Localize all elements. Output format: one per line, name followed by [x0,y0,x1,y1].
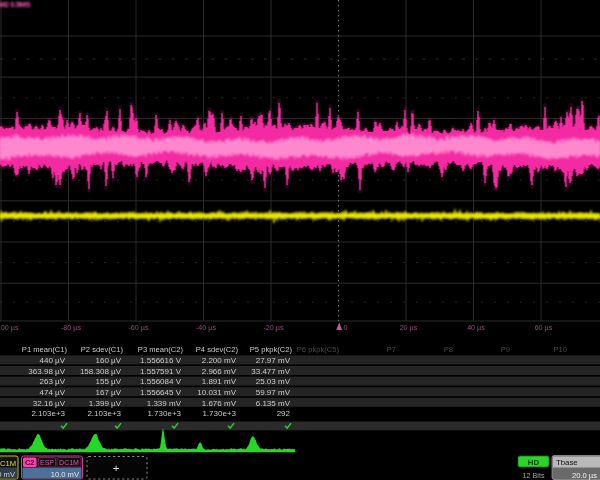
svg-text:1.399 µV: 1.399 µV [89,399,122,408]
svg-text:2.200 mV: 2.200 mV [202,356,237,365]
svg-text:6.135 mV: 6.135 mV [256,399,291,408]
svg-text:1.556645 V: 1.556645 V [140,388,182,397]
svg-text:155 µV: 155 µV [95,377,121,386]
svg-text:M2 0.5MS: M2 0.5MS [0,0,30,9]
svg-text:167 µV: 167 µV [95,388,121,397]
svg-text:-60 µs: -60 µs [128,323,149,332]
svg-text:2.103e+3: 2.103e+3 [31,409,65,418]
svg-text:25.03 mV: 25.03 mV [256,377,291,386]
svg-text:-80 µs: -80 µs [61,323,82,332]
svg-text:P5 pkpk(C2): P5 pkpk(C2) [250,345,293,354]
svg-text:474 µV: 474 µV [39,388,65,397]
svg-text:P7: P7 [387,345,396,354]
svg-text:-20 µs: -20 µs [263,323,284,332]
svg-text:33.477 mV: 33.477 mV [251,367,290,376]
svg-text:ESP: ESP [40,459,54,466]
svg-text:DC1M: DC1M [59,459,79,466]
svg-text:59.97 mV: 59.97 mV [256,388,291,397]
svg-text:1.730e+3: 1.730e+3 [147,409,181,418]
svg-text:440 µV: 440 µV [39,356,65,365]
svg-text:-40 µs: -40 µs [196,323,217,332]
svg-text:60 µs: 60 µs [535,323,553,332]
svg-text:2.103e+3: 2.103e+3 [87,409,121,418]
svg-text:263 µV: 263 µV [39,377,65,386]
svg-text:P1 mean(C1): P1 mean(C1) [22,345,68,354]
svg-text:+: + [113,462,120,474]
svg-text:C2: C2 [25,458,34,467]
svg-text:1.730e+3: 1.730e+3 [202,409,236,418]
svg-text:P6 pkpk(C5): P6 pkpk(C5) [297,345,340,354]
svg-text:2.966 mV: 2.966 mV [202,367,237,376]
svg-text:1.339 mV: 1.339 mV [147,399,182,408]
svg-text:1.556616 V: 1.556616 V [140,356,182,365]
svg-text:1.676 mV: 1.676 mV [202,399,237,408]
svg-text:10.0 mV: 10.0 mV [51,470,80,479]
svg-text:P9: P9 [501,345,510,354]
svg-text:40 µs: 40 µs [467,323,485,332]
svg-text:HD: HD [528,458,540,467]
svg-text:P2 sdev(C1): P2 sdev(C1) [81,345,124,354]
svg-text:DC1M: DC1M [0,459,16,468]
svg-text:20.0 µs: 20.0 µs [572,471,597,480]
svg-text:20 µs: 20 µs [400,323,418,332]
svg-text:1.557591 V: 1.557591 V [140,367,182,376]
svg-text:363.98 µV: 363.98 µV [28,367,65,376]
svg-text:Tbase: Tbase [556,458,578,467]
svg-text:1.891 mV: 1.891 mV [202,377,237,386]
svg-text:1.556084 V: 1.556084 V [140,377,182,386]
svg-text:32.16 µV: 32.16 µV [33,399,66,408]
svg-text:0: 0 [344,323,348,332]
svg-text:-100 µs: -100 µs [0,323,19,332]
svg-text:12 Bits: 12 Bits [523,471,545,480]
svg-text:158.308 µV: 158.308 µV [80,367,122,376]
svg-text:27.97 mV: 27.97 mV [256,356,291,365]
svg-text:P10: P10 [553,345,567,354]
svg-text:292: 292 [277,409,291,418]
svg-text:0 mV: 0 mV [0,470,16,479]
svg-text:P8: P8 [444,345,453,354]
svg-text:P4 sdev(C2): P4 sdev(C2) [196,345,239,354]
svg-text:10.031 mV: 10.031 mV [197,388,236,397]
svg-text:P3 mean(C2): P3 mean(C2) [138,345,184,354]
svg-text:160 µV: 160 µV [95,356,121,365]
